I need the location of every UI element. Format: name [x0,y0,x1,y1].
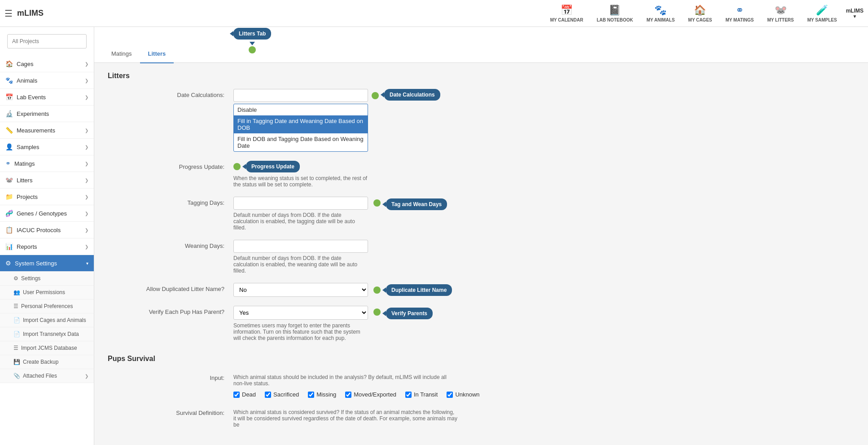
animals-sidebar-icon: 🐾 [5,77,13,84]
checkbox-dead[interactable]: Dead [233,391,256,398]
main-area: 🏠 Cages ❯ 🐾 Animals ❯ 📅 Lab Events ❯ [0,27,868,445]
checkbox-transit-label: In Transit [414,391,438,398]
sidebar-item-reports[interactable]: 📊 Reports ❯ [0,238,94,255]
chevron-down-icon: ▾ [86,261,88,266]
dup-litter-select[interactable]: No Yes [233,283,368,297]
sidebar-item-iacuc[interactable]: 📋 IACUC Protocols ❯ [0,222,94,238]
dup-litter-control: No Yes Duplicate Litter Name [233,283,855,297]
checkbox-unknown-input[interactable] [447,392,453,398]
checkbox-transit-input[interactable] [405,392,412,398]
chevron-right-icon: ❯ [85,161,88,166]
sidebar-item-experiments[interactable]: 🔬 Experiments [0,106,94,122]
measurements-icon: 📏 [5,127,13,134]
checkbox-moved-input[interactable] [345,392,351,398]
nav-my-matings[interactable]: ⚭ MY MATINGS [725,4,754,22]
date-calc-label: Date Calculations: [108,89,233,152]
experiments-icon: 🔬 [5,110,13,117]
chevron-right-icon: ❯ [85,128,88,133]
pups-input-label: Input: [108,372,233,398]
sub-item-attached-files[interactable]: 📎 Attached Files ❯ [0,369,94,383]
sub-label-settings: Settings [21,275,40,282]
sub-item-settings[interactable]: ⚙ Settings [0,272,94,286]
sub-label-user-permissions: User Permissions [23,289,65,295]
sub-label-import-transnetyx: Import Transnetyx Data [23,331,79,337]
top-nav-icons: 📅 MY CALENDAR 📓 LAB NOTEBOOK 🐾 MY ANIMAL… [550,4,837,22]
animals-icon: 🐾 [654,4,666,16]
date-calc-dropdown: Disable Fill in Tagging Date and Weaning… [233,104,368,152]
checkbox-in-transit[interactable]: In Transit [405,391,438,398]
nav-my-litters[interactable]: 🐭 MY LITTERS [767,4,793,22]
checkbox-unknown-label: Unknown [455,391,479,398]
sidebar-item-lab-events[interactable]: 📅 Lab Events ❯ [0,89,94,106]
sidebar-item-genes[interactable]: 🧬 Genes / Genotypes ❯ [0,205,94,222]
pups-survival-title: Pups Survival [108,355,855,363]
chevron-right-icon: ❯ [85,228,88,233]
checkbox-sacrificed-input[interactable] [265,392,271,398]
date-calc-option-weaning[interactable]: Fill in DOB and Tagging Date Based on We… [234,133,368,151]
sidebar-item-cages[interactable]: 🏠 Cages ❯ [0,56,94,72]
checkbox-dead-input[interactable] [233,392,240,398]
sidebar: 🏠 Cages ❯ 🐾 Animals ❯ 📅 Lab Events ❯ [0,27,94,445]
sidebar-label-cages: Cages [17,61,34,67]
sub-item-personal-preferences[interactable]: ☰ Personal Preferences [0,300,94,313]
weaning-days-input[interactable]: 21 [233,240,368,253]
sidebar-item-animals[interactable]: 🐾 Animals ❯ [0,72,94,89]
date-calc-input[interactable]: Fill in Tagging Date and Weaning Date Ba… [233,89,368,102]
sidebar-item-measurements[interactable]: 📏 Measurements ❯ [0,122,94,139]
sidebar-item-projects[interactable]: 📁 Projects ❯ [0,189,94,205]
checkbox-missing[interactable]: Missing [308,391,336,398]
tag-wean-dot [373,199,381,207]
nav-label-cages: MY CAGES [688,18,712,22]
sidebar-item-litters[interactable]: 🐭 Litters ❯ [0,172,94,189]
tagging-days-control: 21 Default number of days from DOB. If t… [233,197,855,231]
sidebar-label-matings: Matings [14,160,35,167]
sidebar-label-animals: Animals [17,77,37,84]
nav-lab-notebook[interactable]: 📓 LAB NOTEBOOK [596,4,633,22]
litters-tab-tooltip-wrapper: Litters Tab [233,28,271,53]
date-calc-option-dob[interactable]: Fill in Tagging Date and Weaning Date Ba… [234,115,368,133]
sub-item-import-cages[interactable]: 📄 Import Cages and Animals [0,313,94,327]
checkbox-missing-input[interactable] [308,392,314,398]
litters-icon: 🐭 [775,4,787,16]
chevron-right-icon: ❯ [85,178,88,183]
checkbox-sacrificed[interactable]: Sacrificed [265,391,299,398]
nav-label-litters: MY LITTERS [767,18,793,22]
survival-def-label: Survival Definition: [108,407,233,428]
sidebar-item-samples[interactable]: 👤 Samples ❯ [0,139,94,155]
verify-pup-row: Verify Each Pup Has Parent? Yes No Verif… [108,306,855,341]
cages-icon: 🏠 [694,4,706,16]
verify-pup-dot [373,308,381,316]
nav-user[interactable]: mLIMS ▼ [846,8,864,19]
progress-update-label: Progress Update: [108,161,233,188]
checkbox-moved-exported[interactable]: Moved/Exported [345,391,396,398]
tab-matings[interactable]: Matings [103,45,140,63]
sidebar-item-system-settings[interactable]: ⚙ System Settings ▾ [0,255,94,272]
pups-input-hint: Which animal status should be included i… [233,374,458,387]
weaning-days-label: Weaning Days: [108,240,233,274]
tab-litters[interactable]: Litters [140,45,174,63]
nav-my-calendar[interactable]: 📅 MY CALENDAR [550,4,583,22]
sub-item-user-permissions[interactable]: 👥 User Permissions [0,286,94,300]
date-calc-option-disable[interactable]: Disable [234,104,368,115]
sub-item-import-transnetyx[interactable]: 📄 Import Transnetyx Data [0,327,94,341]
tagging-days-input[interactable]: 21 [233,197,368,210]
nav-my-samples[interactable]: 🧪 MY SAMPLES [807,4,837,22]
verify-pup-select[interactable]: Yes No [233,306,368,320]
sidebar-label-litters: Litters [17,177,32,184]
settings-sub-icon: ⚙ [13,275,18,282]
checkbox-unknown[interactable]: Unknown [447,391,479,398]
sidebar-item-matings[interactable]: ⚭ Matings ❯ [0,155,94,172]
hamburger-button[interactable]: ☰ [4,8,13,19]
sidebar-label-genes: Genes / Genotypes [17,210,67,217]
nav-my-animals[interactable]: 🐾 MY ANIMALS [647,4,675,22]
tag-wean-tooltip-bubble: Tag and Wean Days [386,198,447,210]
nav-my-cages[interactable]: 🏠 MY CAGES [688,4,712,22]
tab-bar: Litters Tab Matings Litters [94,27,868,63]
progress-update-hint: When the weaning status is set to comple… [233,175,368,188]
all-projects-input[interactable] [7,34,87,48]
dup-litter-tooltip-bubble: Duplicate Litter Name [386,284,452,296]
sub-item-create-backup[interactable]: 💾 Create Backup [0,355,94,369]
sidebar-label-lab-events: Lab Events [17,94,46,101]
sub-item-import-jcms[interactable]: ☰ Import JCMS Database [0,341,94,355]
litters-sidebar-icon: 🐭 [5,176,13,184]
